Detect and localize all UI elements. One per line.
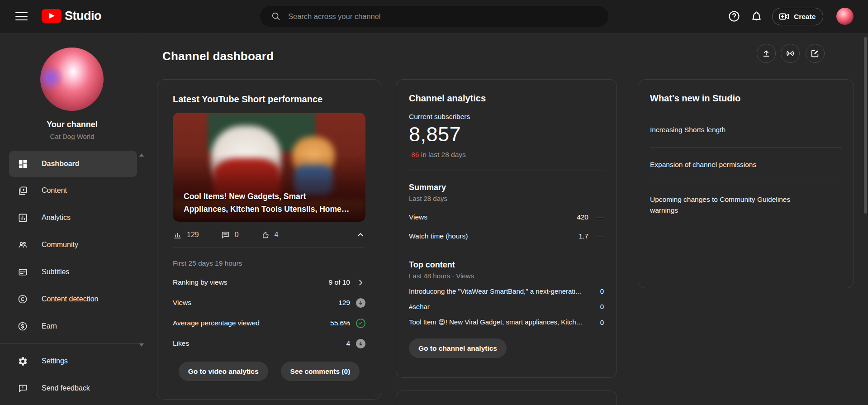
subscriber-count: 8,857 [409, 123, 604, 146]
summary-row-watch-time: Watch time (hours) 1.7 — [409, 232, 604, 240]
trend-down-icon [356, 298, 365, 308]
channel-name: Cat Dog World [0, 133, 144, 140]
help-icon[interactable] [727, 9, 741, 24]
summary-period: Last 28 days [409, 195, 604, 202]
youtube-play-icon [42, 9, 62, 23]
metric-row-likes: Likes 4 [173, 338, 365, 349]
next-card-partial [396, 391, 617, 405]
card-buttons: Go to video analytics See comments (0) [173, 362, 365, 381]
metric-row-views: Views 129 [173, 297, 365, 308]
go-to-video-analytics-button[interactable]: Go to video analytics [179, 362, 268, 381]
top-content-title: Top content [409, 260, 604, 270]
top-content-link[interactable]: Introducong the "VitaWear SmartBand," a … [409, 287, 582, 295]
your-channel-label: Your channel [0, 120, 144, 129]
video-title-overlay: Cool Items! New Gadgets, Smart Appliance… [184, 190, 356, 215]
sidebar-scroll-down-arrow[interactable] [139, 343, 144, 347]
dashboard-icon [17, 158, 28, 169]
community-icon [17, 239, 28, 250]
edit-button[interactable] [806, 44, 825, 63]
thumbs-up-icon [261, 230, 270, 240]
likes-stat: 4 [261, 230, 279, 240]
see-comments-button[interactable]: See comments (0) [281, 362, 360, 381]
whats-new-item[interactable]: Expansion of channel permissions [650, 159, 842, 170]
feedback-icon [17, 383, 28, 394]
broadcast-icon [785, 48, 795, 58]
account-avatar[interactable] [836, 8, 854, 25]
menu-icon[interactable] [15, 11, 28, 22]
top-content-link[interactable]: #sehar [409, 303, 430, 310]
sidebar-divider [0, 343, 144, 344]
video-age-label: First 25 days 19 hours [173, 259, 365, 267]
divider [650, 147, 842, 148]
studio-logo[interactable]: Studio [42, 9, 101, 23]
sidebar-item-settings[interactable]: Settings [0, 348, 144, 375]
card-buttons: Go to channel analytics [409, 338, 604, 358]
check-circle-icon [356, 318, 365, 328]
sidebar-item-send-feedback[interactable]: Send feedback [0, 375, 144, 402]
content-icon [17, 185, 28, 196]
whats-new-card: What's new in Studio Increasing Shorts l… [638, 79, 854, 288]
channel-analytics-card: Channel analytics Current subscribers 8,… [396, 79, 617, 378]
page-title: Channel dashboard [162, 49, 274, 63]
card-title: Channel analytics [409, 93, 604, 104]
views-stat: 129 [173, 230, 199, 240]
search-bar [260, 6, 608, 27]
youtube-studio-app: Studio Create Your channel Cat Dog World [0, 0, 868, 405]
divider [650, 182, 842, 182]
studio-logo-text: Studio [65, 9, 101, 23]
whats-new-item[interactable]: Upcoming changes to Community Guidelines… [650, 194, 799, 216]
collapse-chevron-up-icon[interactable] [356, 230, 365, 240]
gear-icon [17, 356, 28, 367]
sidebar-item-content-detection[interactable]: Content detection [0, 286, 144, 313]
sidebar: Your channel Cat Dog World Dashboard Con… [0, 33, 144, 405]
sidebar-item-earn[interactable]: Earn [0, 313, 144, 340]
sidebar-item-community[interactable]: Community [0, 231, 144, 258]
video-stats-row: 129 0 4 [173, 230, 365, 240]
channel-avatar[interactable] [40, 48, 104, 111]
page-scrollbar[interactable] [864, 37, 867, 214]
notifications-bell-icon[interactable] [749, 9, 764, 24]
flat-trend-icon: — [588, 232, 604, 240]
top-content-row: #sehar 0 [409, 303, 604, 310]
topbar: Studio Create [0, 0, 868, 33]
copyright-icon [17, 294, 28, 305]
sidebar-item-content[interactable]: Content [0, 177, 144, 204]
sidebar-item-subtitles[interactable]: Subtitles [0, 258, 144, 286]
video-thumbnail[interactable]: Cool Items! New Gadgets, Smart Appliance… [173, 113, 365, 222]
upload-video-button[interactable] [757, 44, 776, 63]
card-title: What's new in Studio [650, 93, 842, 104]
chevron-right-icon[interactable] [356, 277, 365, 287]
whats-new-item[interactable]: Increasing Shorts length [650, 124, 842, 135]
subscriber-delta: -86 in last 28 days [409, 151, 604, 159]
upload-icon [761, 48, 771, 58]
summary-row-views: Views 420 — [409, 213, 604, 221]
go-live-button[interactable] [781, 44, 800, 63]
main-content: Channel dashboard Latest YouTube Short p… [145, 33, 868, 405]
summary-title: Summary [409, 183, 604, 192]
trend-down-icon [356, 338, 365, 348]
go-to-channel-analytics-button[interactable]: Go to channel analytics [409, 338, 507, 358]
search-input[interactable] [288, 12, 604, 21]
comments-stat: 0 [221, 230, 239, 240]
metric-row-ranking[interactable]: Ranking by views 9 of 10 [173, 277, 365, 288]
sidebar-item-dashboard[interactable]: Dashboard [9, 151, 137, 177]
create-button[interactable]: Create [772, 8, 823, 25]
sidebar-scroll-up-arrow[interactable] [139, 153, 144, 157]
pencil-icon [810, 48, 820, 58]
bar-chart-icon [173, 230, 182, 240]
top-content-row: Tool Item 😍! New Viral Gadget, smart app… [409, 318, 604, 326]
sidebar-menu: Dashboard Content Analytics Community [0, 151, 144, 402]
analytics-icon [17, 212, 28, 223]
dollar-icon [17, 321, 28, 332]
create-button-label: Create [794, 13, 816, 21]
top-content-link[interactable]: Tool Item 😍! New Viral Gadget, smart app… [409, 318, 583, 326]
metric-row-avg-percentage: Average percentage viewed 55.6% [173, 318, 365, 329]
top-content-period: Last 48 hours · Views [409, 272, 604, 280]
sidebar-item-analytics[interactable]: Analytics [0, 204, 144, 231]
divider [173, 248, 365, 248]
top-content-row: Introducong the "VitaWear SmartBand," a … [409, 287, 604, 295]
search-icon [271, 11, 281, 21]
subtitles-icon [17, 267, 28, 277]
flat-trend-icon: — [588, 213, 604, 221]
short-performance-card: Latest YouTube Short performance Cool It… [157, 79, 381, 400]
